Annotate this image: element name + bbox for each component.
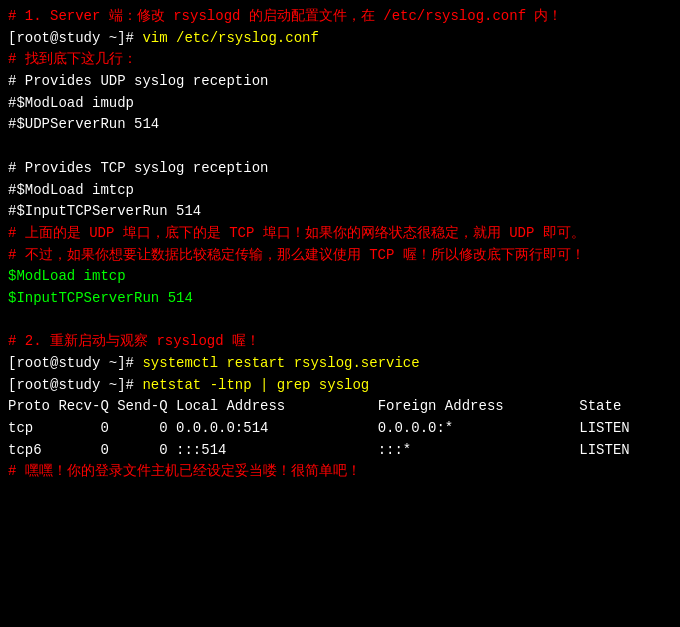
line-10: #$InputTCPServerRun 514 <box>8 201 672 223</box>
line-5: #$ModLoad imudp <box>8 93 672 115</box>
line-22: # 嘿嘿！你的登录文件主机已经设定妥当喽！很简单吧！ <box>8 461 672 483</box>
line-7 <box>8 136 672 158</box>
line-14: $InputTCPServerRun 514 <box>8 288 672 310</box>
line-3: # 找到底下这几行： <box>8 49 672 71</box>
line-20: tcp 0 0 0.0.0.0:514 0.0.0.0:* LISTEN 214… <box>8 418 672 440</box>
line-19: Proto Recv-Q Send-Q Local Address Foreig… <box>8 396 672 418</box>
line-21: tcp6 0 0 :::514 :::* LISTEN 2145/rsyslog… <box>8 440 672 462</box>
terminal-window: # 1. Server 端：修改 rsyslogd 的启动配置文件，在 /etc… <box>0 0 680 627</box>
line-12: # 不过，如果你想要让数据比较稳定传输，那么建议使用 TCP 喔！所以修改底下两… <box>8 245 672 267</box>
line-15 <box>8 310 672 332</box>
line-6: #$UDPServerRun 514 <box>8 114 672 136</box>
line-16: # 2. 重新启动与观察 rsyslogd 喔！ <box>8 331 672 353</box>
line-9: #$ModLoad imtcp <box>8 180 672 202</box>
line-2: [root@study ~]# vim /etc/rsyslog.conf <box>8 28 672 50</box>
line-11: # 上面的是 UDP 埠口，底下的是 TCP 埠口！如果你的网络状态很稳定，就用… <box>8 223 672 245</box>
line-18: [root@study ~]# netstat -ltnp | grep sys… <box>8 375 672 397</box>
line-13: $ModLoad imtcp <box>8 266 672 288</box>
line-8: # Provides TCP syslog reception <box>8 158 672 180</box>
line-1: # 1. Server 端：修改 rsyslogd 的启动配置文件，在 /etc… <box>8 6 672 28</box>
line-4: # Provides UDP syslog reception <box>8 71 672 93</box>
line-17: [root@study ~]# systemctl restart rsyslo… <box>8 353 672 375</box>
